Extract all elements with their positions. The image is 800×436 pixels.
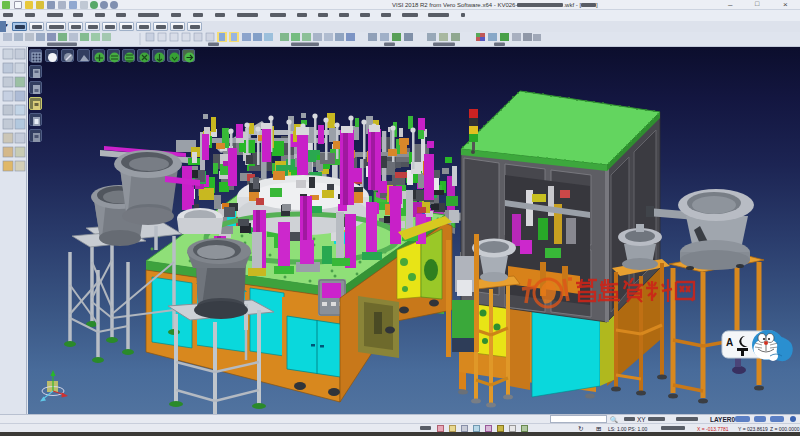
svg-text:A: A	[726, 337, 733, 348]
